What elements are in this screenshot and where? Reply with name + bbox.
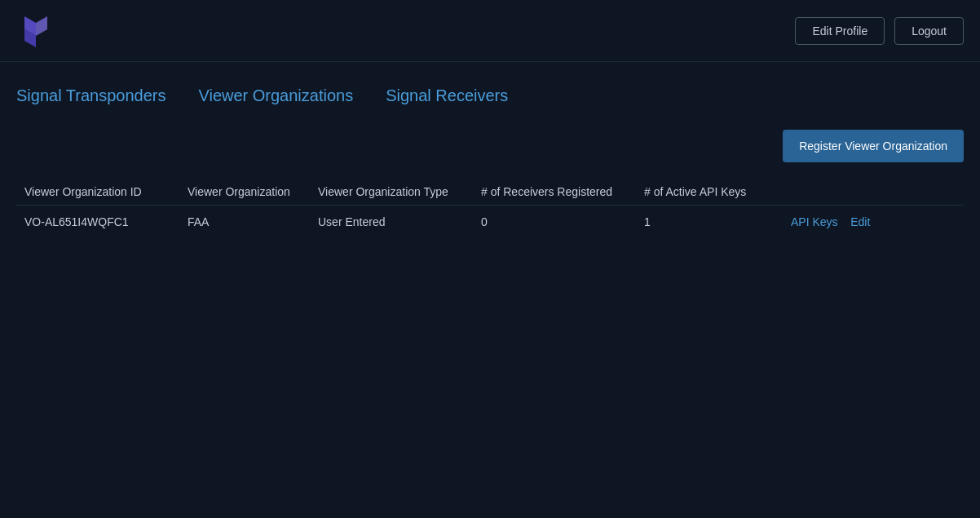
col-header-viewer-org-type: Viewer Organization Type (310, 179, 473, 206)
app-header: Edit Profile Logout (0, 0, 980, 62)
cell-viewer-org-id: VO-AL651I4WQFC1 (16, 206, 179, 239)
main-nav: Signal Transponders Viewer Organizations… (0, 62, 980, 122)
main-content: Register Viewer Organization Viewer Orga… (0, 122, 980, 246)
register-viewer-org-button[interactable]: Register Viewer Organization (783, 130, 964, 162)
cell-viewer-org-type: User Entered (310, 206, 473, 239)
col-header-viewer-org: Viewer Organization (179, 179, 310, 206)
col-header-actions (783, 179, 964, 206)
edit-profile-button[interactable]: Edit Profile (795, 17, 885, 45)
header-buttons: Edit Profile Logout (795, 17, 964, 45)
table-row: VO-AL651I4WQFC1 FAA User Entered 0 1 API… (16, 206, 964, 239)
cell-viewer-org: FAA (179, 206, 310, 239)
nav-viewer-organizations[interactable]: Viewer Organizations (198, 86, 353, 105)
svg-marker-1 (36, 16, 47, 36)
nav-signal-transponders[interactable]: Signal Transponders (16, 86, 166, 105)
nav-signal-receivers[interactable]: Signal Receivers (386, 86, 508, 105)
edit-link[interactable]: Edit (850, 215, 870, 228)
col-header-viewer-org-id: Viewer Organization ID (16, 179, 179, 206)
viewer-orgs-table: Viewer Organization ID Viewer Organizati… (16, 179, 964, 238)
api-keys-link[interactable]: API Keys (791, 215, 838, 228)
col-header-receivers-registered: # of Receivers Registered (473, 179, 636, 206)
cell-active-api-keys: 1 (636, 206, 783, 239)
logo (16, 10, 55, 51)
col-header-active-api-keys: # of Active API Keys (636, 179, 783, 206)
logout-button[interactable]: Logout (894, 17, 964, 45)
cell-actions: API Keys Edit (783, 206, 964, 239)
register-btn-row: Register Viewer Organization (16, 130, 964, 162)
cell-receivers-registered: 0 (473, 206, 636, 239)
table-header-row: Viewer Organization ID Viewer Organizati… (16, 179, 964, 206)
